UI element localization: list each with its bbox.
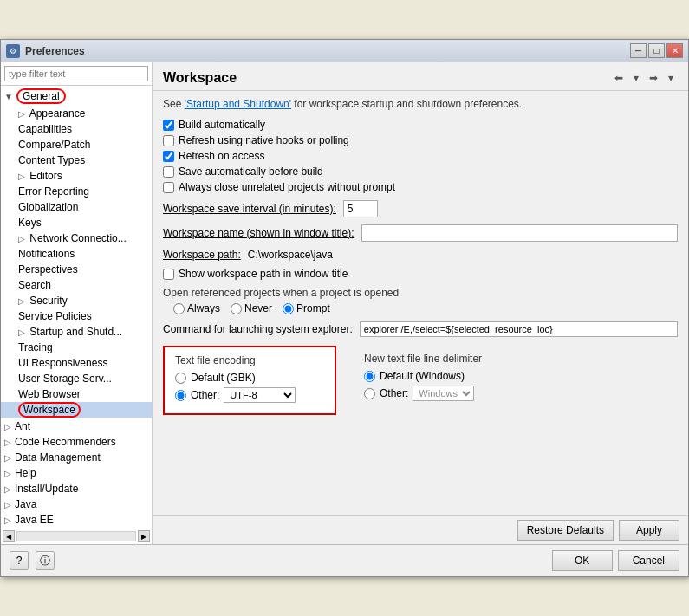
tree-item-appearance[interactable]: ▷ Appearance: [1, 106, 152, 121]
search-label: Search: [18, 279, 51, 291]
perspectives-label: Perspectives: [18, 263, 78, 276]
help-label: Help: [15, 467, 36, 479]
tree-item-java[interactable]: ▷ Java: [1, 496, 152, 512]
window-title: Preferences: [25, 45, 625, 57]
help-icon-button[interactable]: ?: [10, 551, 29, 570]
maximize-button[interactable]: □: [648, 43, 665, 58]
expand-icon-java: ▷: [4, 500, 11, 509]
tree-item-content-types[interactable]: Content Types: [1, 152, 152, 168]
open-projects-radio-group: Always Never Prompt: [173, 302, 678, 314]
hscroll-track[interactable]: [16, 531, 136, 541]
sidebar: ▼ General ▷ Appearance Capabilities Comp…: [1, 62, 153, 544]
ok-cancel-bar: OK Cancel: [552, 550, 679, 571]
checkbox-build-auto-input[interactable]: [163, 120, 174, 131]
back-button[interactable]: ⬅: [610, 69, 627, 87]
expand-icon-security: ▷: [18, 296, 25, 306]
titlebar: ⚙ Preferences ─ □ ✕: [1, 40, 688, 62]
tree-item-keys[interactable]: Keys: [1, 215, 152, 230]
forward-dropdown-button[interactable]: ▾: [664, 69, 678, 87]
checkbox-refresh-native-label: Refresh using native hooks or polling: [179, 134, 349, 146]
radio-prompt-input[interactable]: [283, 303, 294, 314]
tree-item-workspace[interactable]: Workspace: [1, 402, 152, 418]
tree-item-general[interactable]: ▼ General: [1, 87, 152, 106]
encoding-other-radio[interactable]: [175, 390, 186, 401]
tree-item-ant[interactable]: ▷ Ant: [1, 418, 152, 434]
tree-item-service-policies[interactable]: Service Policies: [1, 308, 152, 324]
tree-item-code-recommenders[interactable]: ▷ Code Recommenders: [1, 434, 152, 450]
cancel-button[interactable]: Cancel: [618, 550, 679, 571]
minimize-button[interactable]: ─: [630, 43, 647, 58]
tree-item-user-storage[interactable]: User Storage Serv...: [1, 371, 152, 386]
tree-item-notifications[interactable]: Notifications: [1, 246, 152, 262]
tree-area[interactable]: ▼ General ▷ Appearance Capabilities Comp…: [1, 86, 152, 528]
expand-icon-editors: ▷: [18, 172, 25, 181]
ok-button[interactable]: OK: [552, 550, 613, 571]
filter-input[interactable]: [4, 66, 148, 81]
checkbox-refresh-native-input[interactable]: [163, 135, 174, 146]
expand-icon-appearance: ▷: [18, 109, 25, 119]
tree-item-capabilities[interactable]: Capabilities: [1, 121, 152, 137]
checkbox-show-path-input[interactable]: [163, 269, 174, 280]
encoding-default-radio[interactable]: [175, 373, 186, 384]
delimiter-other-radio[interactable]: [364, 388, 375, 399]
startup-shutdown-link[interactable]: 'Startup and Shutdown': [185, 98, 291, 110]
tree-item-startup[interactable]: ▷ Startup and Shutd...: [1, 324, 152, 340]
close-button[interactable]: ✕: [666, 43, 683, 58]
hscroll-left[interactable]: ◀: [3, 530, 15, 542]
tree-item-data-management[interactable]: ▷ Data Management: [1, 450, 152, 465]
delimiter-other-label: Other:: [380, 387, 408, 399]
hscroll-right[interactable]: ▶: [138, 530, 150, 542]
tree-item-security[interactable]: ▷ Security: [1, 293, 152, 308]
save-interval-input[interactable]: [343, 200, 378, 217]
workspace-name-input[interactable]: [361, 224, 678, 242]
java-ee-label: Java EE: [15, 514, 54, 526]
restore-defaults-button[interactable]: Restore Defaults: [517, 520, 614, 541]
tree-item-ui-responsiveness[interactable]: UI Responsiveness: [1, 355, 152, 371]
tree-item-error-reporting[interactable]: Error Reporting: [1, 184, 152, 199]
section-general: ▼ General ▷ Appearance Capabilities Comp…: [1, 86, 152, 418]
encoding-dropdown[interactable]: UTF-8 UTF-16 ISO-8859-1 GBK ASCII: [224, 387, 296, 403]
expand-icon-general: ▼: [4, 92, 13, 101]
checkbox-close-unrelated: Always close unrelated projects without …: [163, 181, 678, 193]
appearance-label: Appearance: [29, 107, 86, 120]
tree-item-install-update[interactable]: ▷ Install/Update: [1, 481, 152, 496]
radio-always-input[interactable]: [173, 303, 185, 314]
encoding-other-row: Other: UTF-8 UTF-16 ISO-8859-1 GBK ASCII: [175, 387, 324, 403]
data-management-label: Data Management: [15, 451, 101, 464]
tracing-label: Tracing: [18, 341, 53, 353]
tree-item-network[interactable]: ▷ Network Connectio...: [1, 230, 152, 246]
workspace-path-row: Workspace path: C:\workspace\java: [163, 249, 678, 261]
notifications-label: Notifications: [18, 248, 75, 260]
checkbox-close-unrelated-input[interactable]: [163, 182, 174, 193]
tree-item-globalization[interactable]: Globalization: [1, 199, 152, 215]
delimiter-default-radio[interactable]: [364, 371, 375, 382]
tree-item-help[interactable]: ▷ Help: [1, 465, 152, 481]
panel-title: Workspace: [163, 70, 237, 86]
radio-never-label: Never: [231, 302, 272, 314]
line-delimiter-box: New text file line delimiter Default (Wi…: [354, 346, 527, 415]
tree-item-compare-patch[interactable]: Compare/Patch: [1, 137, 152, 152]
command-explorer-input[interactable]: [360, 321, 678, 337]
info-icon-button[interactable]: ⓘ: [36, 551, 55, 570]
forward-button[interactable]: ➡: [645, 69, 662, 87]
tree-item-search[interactable]: Search: [1, 277, 152, 293]
tree-item-web-browser[interactable]: Web Browser: [1, 386, 152, 402]
info-suffix: for workspace startup and shutdown prefe…: [291, 98, 522, 110]
expand-icon-ant: ▷: [4, 422, 11, 431]
checkbox-refresh-access-input[interactable]: [163, 151, 174, 162]
sidebar-hscroll: ◀ ▶: [1, 528, 152, 544]
checkbox-build-auto: Build automatically: [163, 119, 678, 131]
tree-item-java-ee[interactable]: ▷ Java EE: [1, 512, 152, 528]
tree-item-tracing[interactable]: Tracing: [1, 340, 152, 355]
delimiter-default-label: Default (Windows): [380, 370, 465, 382]
tree-item-editors[interactable]: ▷ Editors: [1, 168, 152, 184]
radio-never-input[interactable]: [231, 303, 242, 314]
tree-item-perspectives[interactable]: Perspectives: [1, 262, 152, 277]
back-dropdown-button[interactable]: ▾: [629, 69, 643, 87]
radio-always-label: Always: [173, 302, 220, 314]
expand-icon-code-recommenders: ▷: [4, 438, 11, 447]
apply-button[interactable]: Apply: [619, 520, 679, 541]
delimiter-dropdown[interactable]: Windows Unix Mac: [413, 386, 474, 401]
checkbox-save-before-build-input[interactable]: [163, 166, 174, 178]
general-label[interactable]: General: [16, 88, 66, 104]
